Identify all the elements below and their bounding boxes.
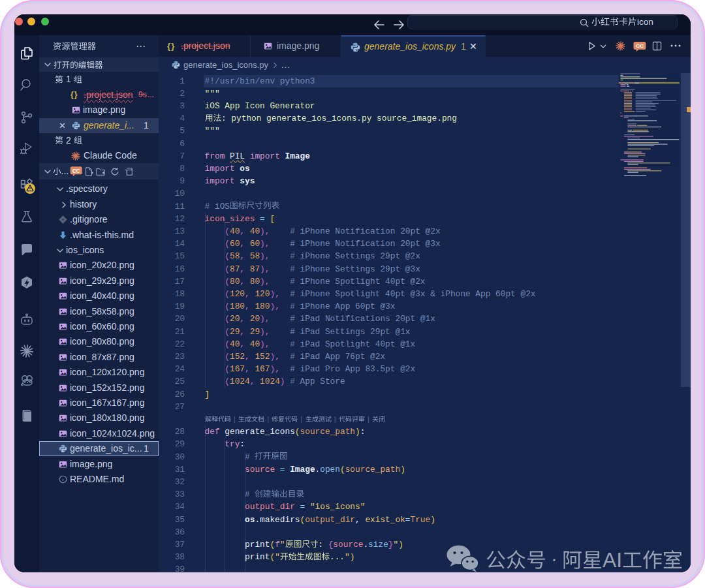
svg-text:CC: CC: [72, 168, 80, 174]
svg-text:CC: CC: [636, 44, 644, 50]
